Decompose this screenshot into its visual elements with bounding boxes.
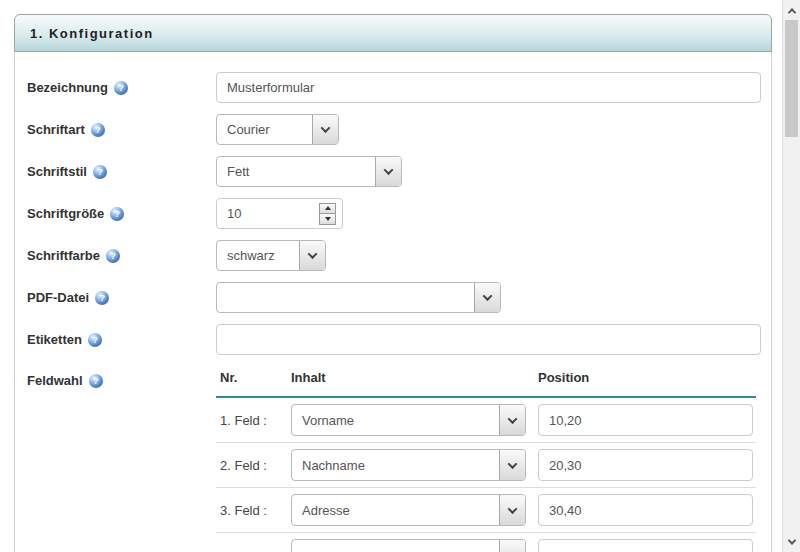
form-row-pdf-datei: PDF-Datei ?	[27, 282, 771, 313]
schriftfarbe-select[interactable]: schwarz	[216, 240, 326, 271]
column-header-position: Position	[538, 370, 756, 385]
help-icon[interactable]: ?	[88, 333, 102, 347]
pdf-datei-label: PDF-Datei ?	[27, 290, 216, 305]
scroll-down-icon[interactable]	[783, 533, 800, 550]
table-row: 3. Feld : Adresse	[216, 488, 756, 533]
position-input[interactable]	[538, 404, 753, 436]
bezeichnung-input[interactable]	[216, 72, 761, 103]
schriftstil-label: Schriftstil ?	[27, 164, 216, 179]
chevron-down-icon[interactable]	[499, 405, 525, 435]
schriftart-label: Schriftart ?	[27, 122, 216, 137]
configuration-form: Bezeichnung ? Schriftart ? Courier Schri…	[14, 52, 772, 552]
position-input[interactable]	[538, 494, 753, 526]
table-row: 2. Feld : Nachname	[216, 443, 756, 488]
table-row	[216, 533, 756, 552]
schriftgroesse-label: Schriftgröße ?	[27, 206, 216, 221]
help-icon[interactable]: ?	[95, 291, 109, 305]
scroll-up-icon[interactable]	[783, 2, 800, 19]
form-row-schriftgroesse: Schriftgröße ?	[27, 198, 771, 229]
chevron-down-icon[interactable]	[375, 157, 401, 186]
column-header-nr: Nr.	[220, 370, 291, 385]
position-input[interactable]	[538, 449, 753, 481]
chevron-down-icon[interactable]	[499, 540, 525, 552]
form-row-schriftfarbe: Schriftfarbe ? schwarz	[27, 240, 771, 271]
position-input[interactable]	[538, 539, 753, 552]
schriftstil-select[interactable]: Fett	[216, 156, 402, 187]
form-row-bezeichnung: Bezeichnung ?	[27, 72, 771, 103]
feldwahl-table-header: Nr. Inhalt Position	[216, 366, 756, 398]
inhalt-select[interactable]: Nachname	[291, 449, 526, 481]
schriftfarbe-label: Schriftfarbe ?	[27, 248, 216, 263]
help-icon[interactable]: ?	[106, 249, 120, 263]
pdf-datei-select[interactable]	[216, 282, 501, 313]
number-spinner	[319, 203, 336, 225]
vertical-scrollbar[interactable]	[782, 0, 800, 552]
etiketten-label: Etiketten ?	[27, 332, 216, 347]
section-header: 1. Konfiguration	[14, 14, 772, 52]
chevron-down-icon[interactable]	[499, 450, 525, 480]
help-icon[interactable]: ?	[110, 207, 124, 221]
schriftgroesse-stepper	[216, 198, 343, 229]
help-icon[interactable]: ?	[114, 81, 128, 95]
bezeichnung-label: Bezeichnung ?	[27, 80, 216, 95]
etiketten-input[interactable]	[216, 324, 761, 355]
inhalt-select[interactable]: Vorname	[291, 404, 526, 436]
help-icon[interactable]: ?	[93, 165, 107, 179]
feldwahl-table: Nr. Inhalt Position 1. Feld : Vorname 2.…	[216, 366, 756, 552]
form-row-schriftstil: Schriftstil ? Fett	[27, 156, 771, 187]
section-title: 1. Konfiguration	[30, 26, 154, 41]
chevron-down-icon[interactable]	[474, 283, 500, 312]
schriftart-select[interactable]: Courier	[216, 114, 339, 145]
chevron-down-icon[interactable]	[312, 115, 338, 144]
form-row-feldwahl: Feldwahl ? Nr. Inhalt Position 1. Feld :…	[27, 366, 771, 552]
help-icon[interactable]: ?	[91, 123, 105, 137]
table-row: 1. Feld : Vorname	[216, 398, 756, 443]
chevron-down-icon[interactable]	[499, 495, 525, 525]
form-row-etiketten: Etiketten ?	[27, 324, 771, 355]
spinner-down-icon[interactable]	[319, 214, 336, 225]
configuration-panel: 1. Konfiguration Bezeichnung ? Schriftar…	[14, 14, 772, 552]
column-header-inhalt: Inhalt	[291, 370, 538, 385]
field-number-label: 2. Feld :	[216, 458, 291, 473]
spinner-up-icon[interactable]	[319, 203, 336, 214]
inhalt-select[interactable]	[291, 539, 526, 552]
inhalt-select[interactable]: Adresse	[291, 494, 526, 526]
chevron-down-icon[interactable]	[299, 241, 325, 270]
feldwahl-label: Feldwahl ?	[27, 366, 216, 388]
form-row-schriftart: Schriftart ? Courier	[27, 114, 771, 145]
field-number-label: 3. Feld :	[216, 503, 291, 518]
scrollbar-thumb[interactable]	[785, 20, 798, 137]
field-number-label: 1. Feld :	[216, 413, 291, 428]
help-icon[interactable]: ?	[89, 374, 103, 388]
